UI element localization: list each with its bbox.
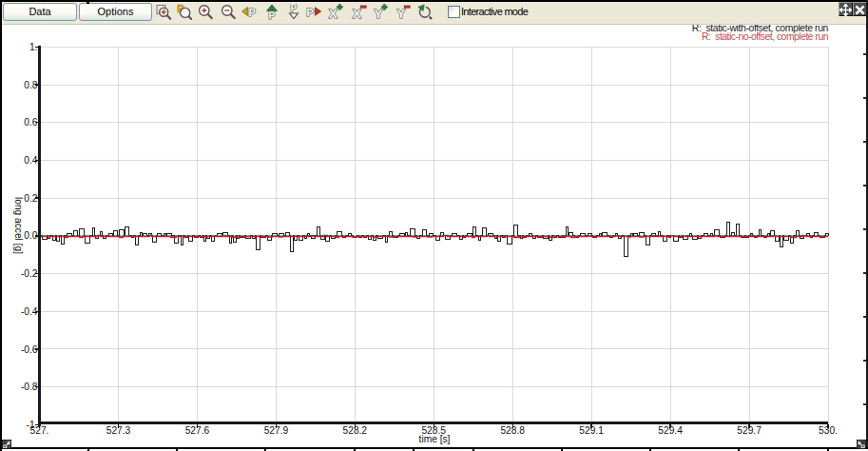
svg-text:X: X (353, 7, 361, 20)
svg-text:529.4: 529.4 (658, 425, 683, 436)
svg-text:-0.4: -0.4 (21, 306, 38, 317)
svg-text:527.9: 527.9 (264, 425, 289, 436)
svg-text:529.1: 529.1 (579, 425, 604, 436)
svg-text:P: P (291, 4, 298, 13)
svg-text:0.2: 0.2 (24, 193, 37, 204)
svg-text:0.4: 0.4 (24, 155, 37, 166)
svg-text:529.7: 529.7 (737, 425, 762, 436)
svg-text:R: static-no-offset, complete: R: static-no-offset, complete run (702, 31, 829, 42)
svg-text:1.: 1. (29, 42, 38, 52)
svg-text:528.2: 528.2 (343, 425, 368, 436)
svg-text:P: P (307, 7, 314, 18)
svg-text:0.6: 0.6 (24, 117, 37, 127)
svg-text:527.3: 527.3 (106, 425, 131, 436)
svg-text:0.8: 0.8 (24, 80, 37, 90)
svg-text:-0.8: -0.8 (21, 382, 38, 392)
svg-text:long accel [g]: long accel [g] (13, 197, 24, 254)
svg-text:527.6: 527.6 (185, 425, 210, 436)
svg-text:P: P (249, 7, 256, 18)
svg-text:time [s]: time [s] (419, 434, 451, 444)
svg-text:-0.2: -0.2 (21, 268, 38, 279)
svg-text:X: X (329, 7, 338, 20)
svg-text:527.: 527. (30, 425, 49, 436)
svg-text:Y: Y (375, 7, 383, 20)
svg-text:530.: 530. (819, 425, 838, 436)
svg-text:-0.6: -0.6 (21, 344, 38, 355)
svg-text:528.8: 528.8 (500, 425, 525, 436)
svg-text:P: P (269, 10, 276, 20)
svg-text:0.0: 0.0 (24, 230, 37, 241)
svg-text:Y: Y (397, 7, 406, 20)
